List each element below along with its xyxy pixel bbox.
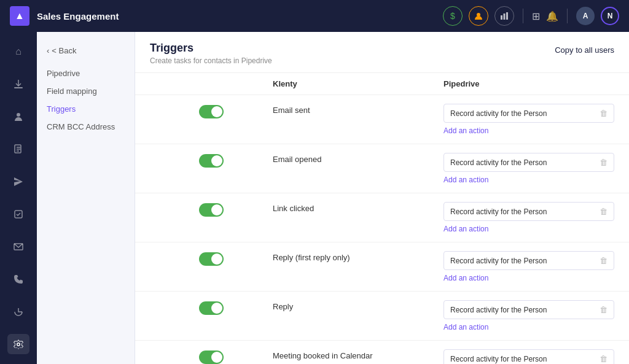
svg-rect-2 [504, 14, 506, 20]
action-text-5: Record activity for the Person [450, 355, 547, 363]
secondary-sidebar: ‹ < Back Pipedrive Field mapping Trigger… [37, 32, 135, 364]
trigger-label-2: Link clicked [273, 202, 443, 213]
table-row: Meeting booked in Calendar Record activi… [135, 341, 629, 364]
page-title: Triggers [150, 42, 272, 55]
user-nav-btn[interactable] [469, 6, 488, 26]
toggle-cell-5 [150, 349, 273, 364]
trigger-toggle-2[interactable] [199, 203, 224, 217]
delete-action-icon-5[interactable]: 🗑 [600, 354, 608, 363]
add-action-link-4[interactable]: Add an action [443, 323, 614, 331]
action-box-2: Record activity for the Person 🗑 [443, 202, 614, 221]
table-row: Link clicked Record activity for the Per… [135, 193, 629, 242]
triggers-list: Email sent Record activity for the Perso… [135, 95, 629, 364]
main-layout: ⌂ ‹ < Back [0, 32, 629, 364]
add-action-link-0[interactable]: Add an action [443, 126, 614, 135]
trigger-toggle-0[interactable] [199, 105, 224, 118]
app-title: Sales Engagement [37, 11, 119, 21]
sidebar-item-field-mapping[interactable]: Field mapping [37, 82, 135, 100]
sidebar-phone-icon[interactable] [7, 269, 29, 289]
sidebar-home-icon[interactable]: ⌂ [7, 42, 29, 62]
sidebar-send-icon[interactable] [7, 172, 29, 192]
page-subtitle: Create tasks for contacts in Pipedrive [150, 56, 272, 65]
sidebar-check-icon[interactable] [7, 204, 29, 225]
svg-rect-1 [501, 15, 502, 20]
trigger-label-0: Email sent [273, 104, 443, 115]
table-row: Reply Record activity for the Person 🗑 A… [135, 292, 629, 341]
action-cell-1: Record activity for the Person 🗑 Add an … [443, 153, 614, 184]
toggle-cell-4 [150, 300, 273, 315]
delete-action-icon-0[interactable]: 🗑 [600, 109, 608, 118]
trigger-label-1: Email opened [273, 153, 443, 164]
col-header-pipedrive: Pipedrive [443, 79, 614, 88]
action-cell-0: Record activity for the Person 🗑 Add an … [443, 104, 614, 135]
sidebar-doc-icon[interactable] [7, 139, 29, 160]
nav-right: $ ⊞ 🔔 A N [443, 6, 619, 26]
action-cell-4: Record activity for the Person 🗑 Add an … [443, 300, 614, 331]
nav-divider [523, 9, 523, 23]
toggle-cell-3 [150, 251, 273, 266]
bell-nav-icon[interactable]: 🔔 [546, 10, 558, 22]
action-text-0: Record activity for the Person [450, 109, 547, 118]
sidebar-item-pipedrive[interactable]: Pipedrive [37, 64, 135, 82]
avatar-a[interactable]: A [576, 7, 595, 25]
nav-left: ▲ Sales Engagement [10, 6, 119, 26]
delete-action-icon-1[interactable]: 🗑 [600, 158, 608, 167]
dollar-nav-btn[interactable]: $ [443, 6, 463, 26]
action-box-4: Record activity for the Person 🗑 [443, 300, 614, 319]
nav-divider-2 [567, 9, 568, 23]
action-box-5: Record activity for the Person 🗑 [443, 349, 614, 364]
trigger-toggle-1[interactable] [199, 154, 224, 168]
col-header-klenty: Klenty [273, 79, 443, 88]
sidebar-person-icon[interactable] [7, 107, 29, 127]
table-row: Reply (first reply only) Record activity… [135, 242, 629, 292]
sidebar-item-crm-bcc[interactable]: CRM BCC Address [37, 118, 135, 136]
col-header-toggle [150, 79, 273, 88]
logo-icon: ▲ [10, 6, 29, 26]
sidebar-mail-icon[interactable] [7, 236, 29, 257]
back-chevron: ‹ [47, 46, 49, 55]
delete-action-icon-4[interactable]: 🗑 [600, 305, 608, 314]
trigger-label-3: Reply (first reply only) [273, 251, 443, 262]
action-cell-5: Record activity for the Person 🗑 Add an … [443, 349, 614, 364]
toggle-cell-2 [150, 202, 273, 217]
table-row: Email opened Record activity for the Per… [135, 144, 629, 193]
action-text-2: Record activity for the Person [450, 207, 547, 216]
trigger-toggle-5[interactable] [199, 350, 224, 364]
toggle-cell-1 [150, 153, 273, 168]
svg-rect-3 [506, 12, 508, 20]
svg-point-5 [17, 113, 20, 117]
action-text-3: Record activity for the Person [450, 257, 547, 265]
sidebar-gear-icon[interactable] [7, 334, 29, 354]
avatar-n[interactable]: N [601, 7, 619, 25]
trigger-label-4: Reply [273, 300, 443, 311]
sidebar-chart-icon[interactable] [7, 301, 29, 322]
delete-action-icon-3[interactable]: 🗑 [600, 256, 608, 265]
back-button[interactable]: ‹ < Back [37, 42, 135, 60]
trigger-label-5: Meeting booked in Calendar [273, 349, 443, 360]
header-text: Triggers Create tasks for contacts in Pi… [150, 42, 272, 65]
add-action-link-3[interactable]: Add an action [443, 274, 614, 282]
action-text-4: Record activity for the Person [450, 306, 547, 314]
back-label: < Back [52, 46, 76, 55]
icon-sidebar: ⌂ [0, 32, 37, 364]
table-header: Klenty Pipedrive [135, 73, 629, 95]
action-cell-3: Record activity for the Person 🗑 Add an … [443, 251, 614, 282]
content-header: Triggers Create tasks for contacts in Pi… [135, 32, 629, 73]
grid-nav-icon[interactable]: ⊞ [532, 10, 540, 22]
sidebar-item-triggers[interactable]: Triggers [37, 100, 135, 118]
content-area: Triggers Create tasks for contacts in Pi… [135, 32, 629, 364]
chart-nav-btn[interactable] [494, 6, 514, 26]
sidebar-download-icon[interactable] [7, 74, 29, 95]
action-box-0: Record activity for the Person 🗑 [443, 104, 614, 123]
trigger-toggle-3[interactable] [199, 252, 224, 266]
action-cell-2: Record activity for the Person 🗑 Add an … [443, 202, 614, 233]
action-box-3: Record activity for the Person 🗑 [443, 251, 614, 270]
trigger-toggle-4[interactable] [199, 301, 224, 315]
action-text-1: Record activity for the Person [450, 158, 547, 167]
action-box-1: Record activity for the Person 🗑 [443, 153, 614, 172]
add-action-link-2[interactable]: Add an action [443, 225, 614, 233]
delete-action-icon-2[interactable]: 🗑 [600, 207, 608, 216]
copy-all-users-button[interactable]: Copy to all users [555, 42, 614, 58]
toggle-cell-0 [150, 104, 273, 118]
add-action-link-1[interactable]: Add an action [443, 176, 614, 184]
